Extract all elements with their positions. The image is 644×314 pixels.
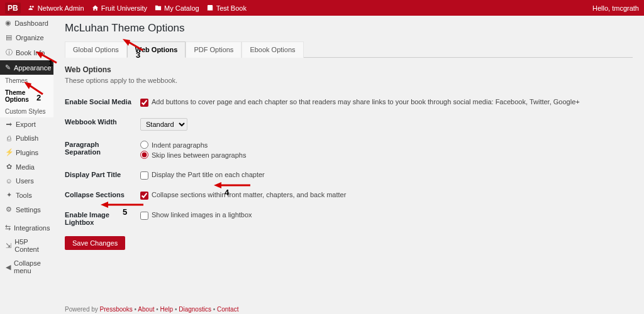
checkbox-image-lightbox-input[interactable] <box>140 212 148 220</box>
radio-skip-label: Skip lines between paragraphs <box>152 151 246 159</box>
section-title: Web Options <box>65 65 633 74</box>
checkbox-image-lightbox[interactable]: Show linked images in a lightbox <box>140 211 252 220</box>
desc-social-media: Add buttons to cover page and each chapt… <box>152 98 580 106</box>
user-icon: ☺ <box>5 177 13 185</box>
save-changes-button[interactable]: Save Changes <box>65 236 125 250</box>
sidebar-item-publish[interactable]: ⎙Publish <box>0 131 53 145</box>
content-area: McLuhan Theme Options Global Options Web… <box>53 16 644 314</box>
sidebar-users-label: Users <box>16 177 34 185</box>
tab-ebook-options[interactable]: Ebook Options <box>242 41 303 58</box>
sidebar-item-bookinfo[interactable]: ⓘBook Info <box>0 45 53 60</box>
h5p-icon: ⇲ <box>5 242 11 250</box>
select-webbook-width[interactable]: Standard <box>140 118 187 131</box>
main-wrapper: ◉Dashboard ▤Organize ⓘBook Info ✎Appeara… <box>0 16 644 314</box>
radio-indent-label: Indent paragraphs <box>152 141 208 149</box>
checkbox-part-title-input[interactable] <box>140 171 148 180</box>
sidebar-item-users[interactable]: ☺Users <box>0 174 53 188</box>
row-part-title: Display Part Title Display the Part titl… <box>65 166 633 186</box>
info-icon: ⓘ <box>5 48 13 57</box>
checkbox-part-title[interactable]: Display the Part title on each chapter <box>140 171 265 180</box>
sidebar-settings-label: Settings <box>16 206 41 214</box>
sidebar-appearance-label: Appearance <box>14 64 51 72</box>
label-webbook-width: Webbook Width <box>65 113 140 136</box>
footer-link-pressbooks[interactable]: Pressbooks <box>100 306 133 313</box>
footer-link-contact[interactable]: Contact <box>217 306 238 313</box>
desc-image-lightbox: Show linked images in a lightbox <box>152 211 252 219</box>
hello-user-label: Hello, tmcgrath <box>592 4 639 12</box>
sidebar-item-integrations[interactable]: ⇆Integrations <box>0 220 53 235</box>
tab-bar: Global Options Web Options PDF Options E… <box>65 41 633 58</box>
link-icon: ⇆ <box>5 224 11 232</box>
checkbox-collapse-sections[interactable]: Collapse sections within front matter, c… <box>140 191 346 200</box>
home-icon <box>92 4 99 11</box>
sidebar-item-export[interactable]: ⮕Export <box>0 117 53 131</box>
brush-icon: ✎ <box>5 63 11 72</box>
top-testbook-label: Test Book <box>216 4 247 12</box>
sidebar-integrations-label: Integrations <box>14 224 50 232</box>
page-title: McLuhan Theme Options <box>65 22 633 35</box>
top-my-catalog[interactable]: My Catalog <box>155 4 199 12</box>
sidebar-bookinfo-label: Book Info <box>16 49 45 57</box>
organize-icon: ▤ <box>5 33 13 41</box>
radio-skip[interactable]: Skip lines between paragraphs <box>140 151 633 159</box>
publish-icon: ⎙ <box>5 134 13 142</box>
top-fruit-university[interactable]: Fruit University <box>92 4 147 12</box>
top-bar-left: PB Network Admin Fruit University My Cat… <box>5 3 247 14</box>
folder-icon <box>155 4 162 11</box>
collapse-icon: ◀ <box>5 263 11 271</box>
footer: Powered by Pressbooks • About • Help • D… <box>65 306 238 313</box>
sidebar-item-collapse[interactable]: ◀Collapse menu <box>0 256 53 278</box>
checkbox-social-media-input[interactable] <box>140 99 148 107</box>
sidebar-item-tools[interactable]: ✦Tools <box>0 188 53 202</box>
footer-link-diagnostics[interactable]: Diagnostics <box>179 306 211 313</box>
sidebar-sub-themes[interactable]: Themes <box>0 75 53 87</box>
top-network-admin[interactable]: Network Admin <box>28 4 84 12</box>
top-fruit-label: Fruit University <box>101 4 147 12</box>
sidebar-item-settings[interactable]: ⚙Settings <box>0 202 53 217</box>
top-catalog-label: My Catalog <box>164 4 199 12</box>
label-collapse-sections: Collapse Sections <box>65 186 140 206</box>
sidebar-item-h5p[interactable]: ⇲H5P Content <box>0 235 53 256</box>
sidebar-publish-label: Publish <box>16 134 38 142</box>
footer-link-about[interactable]: About <box>138 306 154 313</box>
radio-skip-input[interactable] <box>140 151 148 159</box>
media-icon: ✿ <box>5 163 13 171</box>
label-image-lightbox: Enable Image Lightbox <box>65 206 140 231</box>
tab-global-options[interactable]: Global Options <box>65 41 127 58</box>
dashboard-icon: ◉ <box>5 19 11 27</box>
sidebar-plugins-label: Plugins <box>16 149 38 156</box>
sidebar-item-media[interactable]: ✿Media <box>0 160 53 174</box>
sidebar-item-dashboard[interactable]: ◉Dashboard <box>0 16 53 30</box>
top-user-greeting[interactable]: Hello, tmcgrath <box>592 4 639 12</box>
sidebar-sub-custom-styles[interactable]: Custom Styles <box>0 106 53 117</box>
sidebar-item-organize[interactable]: ▤Organize <box>0 30 53 45</box>
export-icon: ⮕ <box>5 121 13 128</box>
top-test-book[interactable]: Test Book <box>207 4 247 12</box>
book-icon <box>207 4 214 11</box>
tab-pdf-options[interactable]: PDF Options <box>186 41 242 58</box>
footer-powered-label: Powered by <box>65 306 100 313</box>
sidebar-organize-label: Organize <box>16 34 44 41</box>
sidebar-collapse-label: Collapse menu <box>14 259 48 274</box>
radio-indent[interactable]: Indent paragraphs <box>140 141 633 149</box>
label-part-title: Display Part Title <box>65 166 140 186</box>
pressbooks-logo[interactable]: PB <box>5 3 21 14</box>
checkbox-collapse-sections-input[interactable] <box>140 192 148 200</box>
footer-link-help[interactable]: Help <box>160 306 174 313</box>
row-collapse-sections: Collapse Sections Collapse sections with… <box>65 186 633 206</box>
label-paragraph-separation: Paragraph Separation <box>65 136 140 166</box>
row-image-lightbox: Enable Image Lightbox Show linked images… <box>65 206 633 231</box>
radio-indent-input[interactable] <box>140 141 148 149</box>
sidebar-item-appearance[interactable]: ✎Appearance <box>0 60 53 75</box>
sidebar-sub-theme-options[interactable]: Theme Options <box>0 87 53 106</box>
tab-web-options[interactable]: Web Options <box>127 41 186 58</box>
sidebar-dashboard-label: Dashboard <box>14 19 48 27</box>
sidebar-tools-label: Tools <box>16 192 32 199</box>
admin-top-bar: PB Network Admin Fruit University My Cat… <box>0 0 644 16</box>
row-webbook-width: Webbook Width Standard <box>65 113 633 136</box>
checkbox-social-media[interactable]: Add buttons to cover page and each chapt… <box>140 98 580 107</box>
tools-icon: ✦ <box>5 191 13 199</box>
sidebar-media-label: Media <box>16 163 35 171</box>
row-social-media: Enable Social Media Add buttons to cover… <box>65 93 633 113</box>
sidebar-item-plugins[interactable]: ⚡Plugins <box>0 145 53 160</box>
